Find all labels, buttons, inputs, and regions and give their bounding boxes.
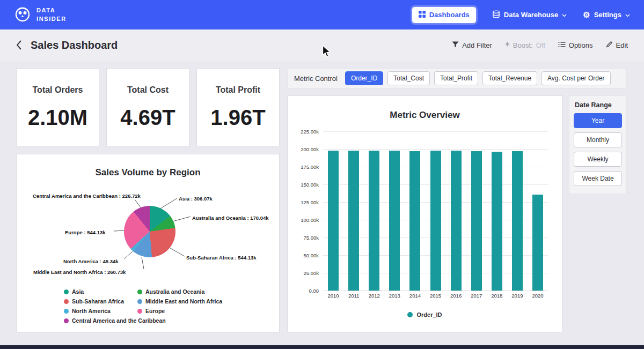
bar-2011	[348, 151, 359, 291]
pie-legend-item-europe[interactable]: Europe	[137, 308, 270, 314]
kpi-total-profit: Total Profit 1.96T	[196, 68, 280, 146]
y-tick-label: 200.00k	[301, 146, 319, 152]
legend-dot	[64, 299, 69, 304]
x-tick-label: 2014	[405, 293, 425, 299]
legend-label: Australia and Oceania	[145, 288, 204, 295]
x-axis-labels: 2010201120122013201420152016201720182019…	[323, 293, 548, 299]
legend-label: Sub-Saharan Africa	[72, 298, 124, 305]
bar-slot	[466, 131, 487, 291]
kpi-label: Total Profit	[216, 85, 260, 95]
date-range-option-weekly[interactable]: Weekly	[574, 152, 622, 167]
dashboards-grid-icon	[419, 11, 426, 19]
pie-legend: AsiaSub-Saharan AfricaNorth AmericaCentr…	[64, 288, 270, 324]
boost-state: Off	[536, 41, 545, 49]
x-tick-label: 2012	[364, 293, 384, 299]
dashboards-button[interactable]: Dashboards	[412, 7, 476, 23]
pie-legend-item-middle-east-and-north-africa[interactable]: Middle East and North Africa	[137, 298, 270, 305]
bar-2013	[389, 151, 400, 291]
bar-slot	[487, 131, 507, 291]
kpi-value: 4.69T	[120, 106, 175, 130]
bar-2016	[451, 151, 462, 291]
date-range-option-year[interactable]: Year	[574, 113, 622, 128]
metric-control-label: Metric Control	[294, 75, 338, 83]
add-filter-button[interactable]: Add Filter	[452, 41, 492, 49]
pie-legend-item-north-america[interactable]: North America	[64, 308, 137, 314]
kpi-value: 1.96T	[210, 106, 265, 130]
data-warehouse-menu[interactable]: Data Warehouse	[492, 10, 567, 20]
pencil-icon	[606, 41, 613, 49]
date-range-option-monthly[interactable]: Monthly	[574, 132, 622, 147]
y-tick-label: 225.00k	[301, 129, 319, 135]
date-range-options: YearMonthlyWeeklyWeek Date	[574, 113, 622, 186]
metric-option-order-id[interactable]: Order_ID	[345, 71, 383, 85]
bar-2010	[328, 151, 339, 291]
boost-toggle[interactable]: Boost:Off	[505, 41, 545, 49]
bar-2020	[532, 195, 543, 291]
metric-option-total-revenue[interactable]: Total_Revenue	[482, 71, 537, 85]
x-tick-label: 2016	[446, 293, 466, 299]
settings-menu[interactable]: ⚙ Settings	[583, 11, 630, 19]
bar-slot	[528, 131, 548, 291]
bar-slot	[425, 131, 445, 291]
y-tick-label: 75.00k	[303, 235, 319, 241]
edit-button[interactable]: Edit	[606, 41, 628, 49]
x-tick-label: 2010	[323, 293, 343, 299]
y-tick-label: 150.00k	[301, 182, 319, 188]
date-range-option-week-date[interactable]: Week Date	[574, 171, 622, 186]
bar-slot	[323, 131, 343, 291]
date-range-panel: Date Range YearMonthlyWeeklyWeek Date	[569, 95, 627, 194]
database-icon	[492, 10, 500, 20]
x-tick-label: 2018	[487, 293, 507, 299]
legend-dot	[407, 312, 413, 317]
bar-slot	[384, 131, 405, 291]
bar-chart-legend[interactable]: Order_ID	[295, 311, 554, 318]
pie-chart-area: Central America and the Caribbean : 226.…	[25, 182, 270, 283]
legend-label: Order_ID	[416, 311, 442, 318]
pie-label-north-america: North America : 45.34k	[63, 258, 119, 264]
x-tick-label: 2011	[343, 293, 364, 299]
pie-legend-item-asia[interactable]: Asia	[64, 288, 137, 295]
y-tick-label: 100.00k	[301, 217, 319, 223]
page-header: Sales Dashboard Add Filter Boost:Off	[0, 29, 644, 61]
kpi-row: Total Orders 2.10M Total Cost 4.69T Tota…	[16, 68, 280, 146]
bar-2015	[430, 151, 441, 291]
metric-control-bar: Metric Control Order_IDTotal_CostTotal_P…	[287, 68, 627, 88]
legend-label: Asia	[72, 288, 84, 295]
kpi-total-cost: Total Cost 4.69T	[106, 68, 189, 146]
y-tick-label: 50.00k	[303, 253, 319, 258]
pie-legend-item-australia-and-oceania[interactable]: Australia and Oceania	[137, 288, 270, 295]
x-tick-label: 2015	[425, 293, 445, 299]
pie-label-australia-oceania: Australia and Oceania : 170.04k	[192, 215, 269, 221]
legend-dot	[137, 289, 142, 294]
funnel-icon	[452, 41, 459, 49]
bottom-strip	[0, 345, 644, 349]
legend-dot	[137, 299, 142, 304]
bar-2019	[512, 151, 523, 291]
bar-chart-title: Metric Overview	[295, 110, 554, 121]
back-button[interactable]	[16, 40, 22, 50]
list-icon	[558, 41, 566, 49]
date-range-title: Date Range	[574, 101, 622, 109]
dashboard-body: Total Orders 2.10M Total Cost 4.69T Tota…	[0, 61, 644, 332]
options-button[interactable]: Options	[558, 41, 593, 49]
chevron-down-icon	[562, 11, 567, 19]
metric-option-avg-cost-per-order[interactable]: Avg. Cost per Order	[541, 71, 611, 85]
owl-logo-icon	[14, 5, 31, 25]
navbar-menu: Dashboards Data Warehouse ⚙ Settings	[412, 7, 630, 23]
bar-slot	[343, 131, 364, 291]
bar-slot	[507, 131, 528, 291]
bolt-icon	[505, 41, 510, 49]
metric-option-total-cost[interactable]: Total_Cost	[387, 71, 430, 85]
top-navbar: DATA INSIDER Dashboards	[0, 0, 644, 29]
legend-label: Central America and the Caribbean	[72, 317, 166, 324]
gear-icon: ⚙	[583, 11, 590, 19]
bar-chart-card: Metric Overview 225.00k200.00k175.00k150…	[287, 95, 562, 332]
pie-legend-item-sub-saharan-africa[interactable]: Sub-Saharan Africa	[64, 298, 137, 305]
metric-option-total-profit[interactable]: Total_Profit	[434, 71, 478, 85]
pie-legend-item-central-america-and-the-caribbean[interactable]: Central America and the Caribbean	[64, 317, 137, 324]
y-axis: 225.00k200.00k175.00k150.00k125.00k100.0…	[295, 131, 323, 291]
kpi-total-orders: Total Orders 2.10M	[16, 68, 99, 146]
page-title: Sales Dashboard	[31, 39, 118, 51]
metric-options: Order_IDTotal_CostTotal_ProfitTotal_Reve…	[345, 71, 611, 85]
brand: DATA INSIDER	[14, 5, 67, 25]
